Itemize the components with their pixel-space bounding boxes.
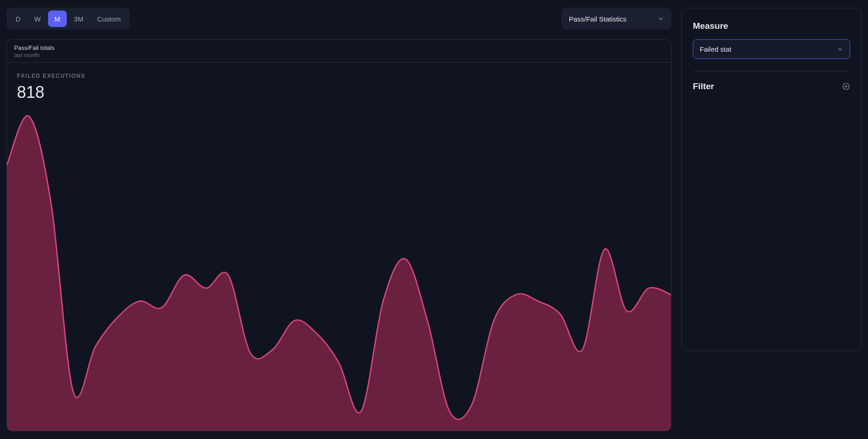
toolbar: D W M 3M Custom Pass/Fail Statistics	[6, 8, 671, 30]
tab-month[interactable]: M	[48, 11, 67, 27]
statistic-select-label: Pass/Fail Statistics	[569, 15, 627, 23]
measure-select[interactable]: Failed stat	[693, 39, 850, 59]
measure-select-label: Failed stat	[700, 45, 731, 53]
chart-area	[7, 107, 671, 431]
kpi-value: 818	[7, 83, 671, 102]
time-range-tabs: D W M 3M Custom	[6, 8, 130, 30]
kpi-label: FAILED EXECUTIONS	[7, 73, 671, 79]
measure-section-title: Measure	[693, 21, 850, 31]
chart-subtitle: last month	[14, 52, 664, 59]
divider	[693, 71, 850, 71]
tab-3month[interactable]: 3M	[68, 11, 90, 27]
chevron-down-icon	[837, 46, 843, 53]
tab-week[interactable]: W	[28, 11, 47, 27]
statistic-select[interactable]: Pass/Fail Statistics	[562, 8, 671, 30]
chart-body: FAILED EXECUTIONS 818	[7, 63, 671, 431]
chevron-down-icon	[658, 16, 664, 22]
chart-card: Pass/Fail totals last month FAILED EXECU…	[6, 39, 671, 431]
chart-title: Pass/Fail totals	[14, 44, 664, 51]
chart-card-header: Pass/Fail totals last month	[7, 40, 671, 63]
tab-day[interactable]: D	[9, 11, 27, 27]
tab-custom[interactable]: Custom	[91, 11, 127, 27]
area-chart	[7, 107, 671, 431]
add-filter-icon[interactable]	[842, 82, 850, 91]
filter-section-title: Filter	[693, 81, 714, 91]
side-panel: Measure Failed stat Filter	[681, 8, 862, 351]
filter-section-header: Filter	[693, 81, 850, 91]
